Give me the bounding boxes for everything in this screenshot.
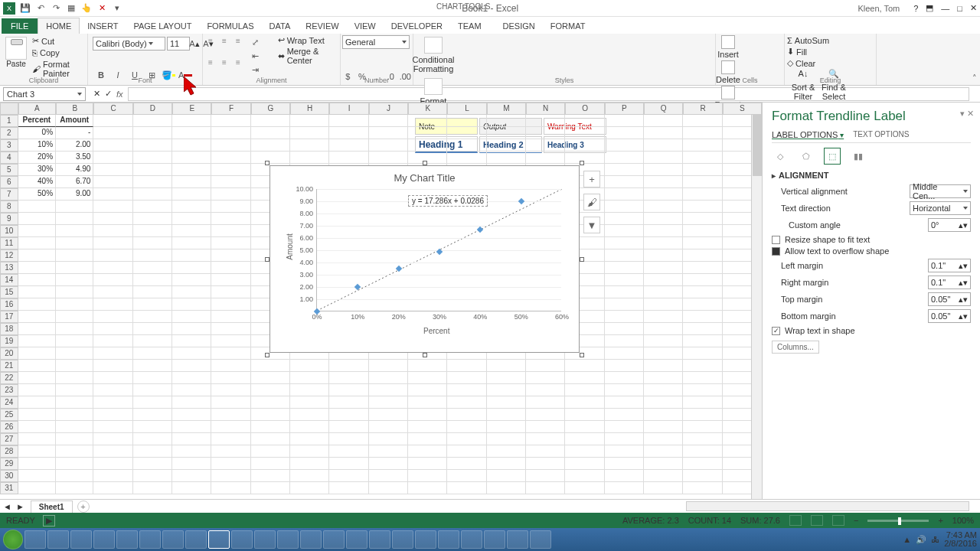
cell[interactable]	[172, 372, 211, 384]
cell[interactable]	[172, 249, 211, 262]
align-center-icon[interactable]: ≡	[218, 57, 230, 67]
cell[interactable]	[683, 360, 722, 372]
cell[interactable]	[211, 188, 250, 201]
cell[interactable]	[290, 360, 329, 372]
cut-button[interactable]: ✂Cut	[31, 35, 87, 47]
cell[interactable]: 30%	[18, 164, 56, 176]
undo-icon[interactable]: ↶	[35, 3, 46, 14]
cell[interactable]	[172, 237, 211, 249]
cell[interactable]	[683, 127, 722, 139]
cell[interactable]	[644, 470, 683, 482]
taskbar-app[interactable]	[277, 530, 299, 549]
cell[interactable]	[290, 384, 329, 396]
cell[interactable]	[526, 409, 565, 421]
cell[interactable]	[18, 237, 56, 249]
zoom-out-icon[interactable]: −	[854, 516, 858, 525]
plot-area[interactable]: 1.002.003.004.005.006.007.008.009.0010.0…	[316, 189, 561, 311]
cell[interactable]	[133, 458, 172, 470]
taskbar-app[interactable]	[47, 530, 69, 549]
cell[interactable]	[447, 445, 486, 458]
cell[interactable]	[133, 115, 172, 127]
close-icon[interactable]: ✕	[970, 3, 977, 13]
cell[interactable]: 4.90	[56, 164, 93, 176]
cell[interactable]	[447, 127, 486, 139]
cell[interactable]	[172, 115, 211, 127]
column-header[interactable]: C	[93, 103, 132, 115]
cell[interactable]	[644, 249, 683, 262]
taskbar-app[interactable]	[507, 530, 528, 549]
cell[interactable]	[526, 458, 565, 470]
chart-object[interactable]: My Chart Title 1.002.003.004.005.006.007…	[270, 165, 580, 353]
cell[interactable]	[605, 421, 644, 433]
trendline-label[interactable]: y = 17.286x + 0.0286	[408, 195, 488, 207]
column-header[interactable]: K	[408, 103, 447, 115]
cell[interactable]	[172, 139, 211, 152]
cell[interactable]	[408, 396, 447, 409]
cell[interactable]	[251, 115, 290, 127]
zoom-in-icon[interactable]: +	[938, 516, 942, 525]
cell[interactable]	[644, 274, 683, 286]
cell[interactable]	[18, 409, 56, 421]
name-box[interactable]: Chart 3	[3, 87, 86, 101]
cell[interactable]	[18, 262, 56, 274]
row-header[interactable]: 2	[0, 127, 18, 139]
cell[interactable]	[605, 176, 644, 188]
cell[interactable]	[369, 409, 408, 421]
cell[interactable]	[408, 139, 447, 152]
cell[interactable]	[93, 482, 132, 494]
cell[interactable]: 3.50	[56, 152, 93, 164]
cell[interactable]: 9.00	[56, 188, 93, 201]
x-axis-label[interactable]: Percent	[423, 327, 449, 335]
row-header[interactable]: 9	[0, 213, 18, 225]
taskbar-app[interactable]	[369, 530, 390, 549]
cell[interactable]	[447, 396, 486, 409]
clear-button[interactable]: ◇Clear	[786, 57, 874, 69]
cell[interactable]	[329, 433, 368, 445]
cell[interactable]	[133, 470, 172, 482]
cell[interactable]: 40%	[18, 176, 56, 188]
cell[interactable]	[133, 164, 172, 176]
cell[interactable]	[172, 262, 211, 274]
row-header[interactable]: 26	[0, 421, 18, 433]
insert-cells-button[interactable]: Insert	[717, 35, 739, 59]
cell[interactable]	[408, 152, 447, 164]
row-header[interactable]: 11	[0, 237, 18, 249]
cell[interactable]	[172, 470, 211, 482]
cell[interactable]	[526, 139, 565, 152]
row-header[interactable]: 5	[0, 164, 18, 176]
right-margin-input[interactable]: 0.1"▴▾	[928, 276, 971, 289]
cell[interactable]	[93, 311, 132, 323]
cell[interactable]	[211, 482, 250, 494]
cell[interactable]	[644, 176, 683, 188]
cell[interactable]: 2.00	[56, 139, 93, 152]
cell[interactable]	[565, 470, 604, 482]
cell[interactable]	[251, 152, 290, 164]
cell[interactable]	[565, 409, 604, 421]
align-mid-icon[interactable]: ≡	[218, 35, 230, 46]
cell[interactable]	[605, 188, 644, 201]
cell[interactable]: 10%	[18, 139, 56, 152]
cell[interactable]	[211, 409, 250, 421]
cell[interactable]	[644, 458, 683, 470]
cell[interactable]	[683, 372, 722, 384]
cell[interactable]: 0%	[18, 127, 56, 139]
cell[interactable]	[526, 421, 565, 433]
cell[interactable]	[644, 262, 683, 274]
cell[interactable]	[369, 139, 408, 152]
cell[interactable]	[487, 445, 526, 458]
cell[interactable]	[565, 152, 604, 164]
cell[interactable]	[526, 384, 565, 396]
cell[interactable]	[408, 127, 447, 139]
cell[interactable]	[447, 384, 486, 396]
cell[interactable]	[447, 421, 486, 433]
cell[interactable]	[93, 409, 132, 421]
cell[interactable]	[683, 323, 722, 335]
cell[interactable]	[211, 164, 250, 176]
cell[interactable]	[211, 176, 250, 188]
cell[interactable]	[408, 421, 447, 433]
cell[interactable]	[644, 433, 683, 445]
cell[interactable]	[56, 360, 93, 372]
cell[interactable]	[487, 372, 526, 384]
cell[interactable]	[211, 347, 250, 360]
cell[interactable]	[133, 298, 172, 311]
